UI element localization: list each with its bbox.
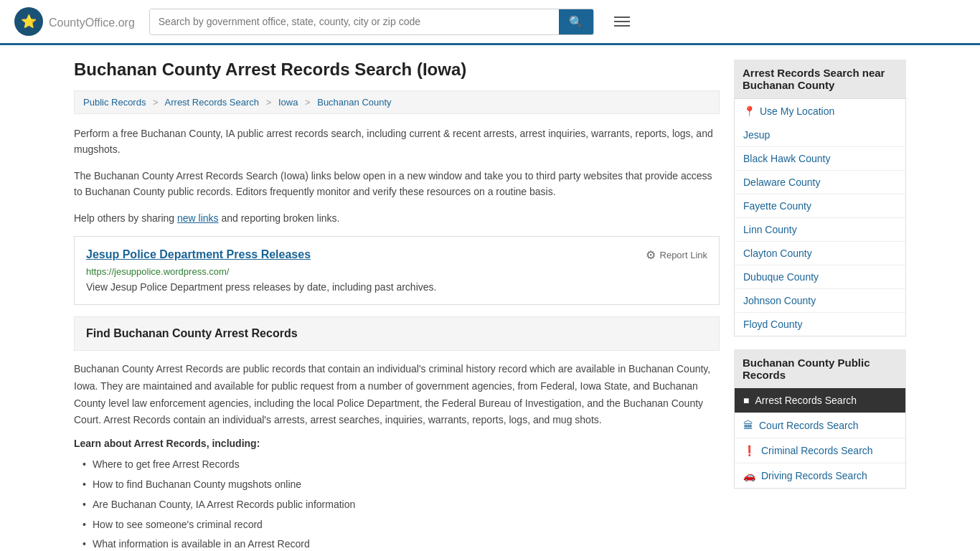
nearby-link-johnson[interactable]: Johnson County — [735, 289, 905, 312]
page-title: Buchanan County Arrest Records Search (I… — [74, 60, 720, 80]
nearby-item: Floyd County — [735, 313, 905, 336]
use-location-label: Use My Location — [760, 105, 834, 117]
sidebar-link-driving[interactable]: 🚗 Driving Records Search — [735, 463, 905, 488]
court-label: Court Records Search — [759, 420, 859, 431]
logo-icon: ⭐ — [14, 7, 43, 36]
learn-list-title: Learn about Arrest Records, including: — [74, 438, 720, 449]
nearby-item: Delaware County — [735, 171, 905, 194]
sidebar-item-court: 🏛 Court Records Search — [735, 413, 905, 438]
nearby-link-fayette[interactable]: Fayette County — [735, 194, 905, 217]
find-section-heading: Find Buchanan County Arrest Records — [86, 327, 707, 340]
logo-text: CountyOffice.org — [49, 14, 135, 30]
menu-line — [614, 21, 630, 22]
resource-card-header: Jesup Police Department Press Releases ⚙… — [86, 248, 707, 262]
logo-suffix: .org — [115, 17, 135, 29]
find-section: Find Buchanan County Arrest Records — [74, 316, 720, 351]
menu-line — [614, 25, 630, 27]
breadcrumb: Public Records > Arrest Records Search >… — [74, 90, 720, 114]
sidebar-item-driving: 🚗 Driving Records Search — [735, 463, 905, 488]
list-item: How to find Buchanan County mugshots onl… — [80, 475, 720, 495]
nearby-section-header: Arrest Records Search near Buchanan Coun… — [734, 60, 906, 98]
use-location-link[interactable]: 📍 Use My Location — [734, 98, 906, 123]
search-input[interactable] — [150, 9, 559, 34]
nearby-link-black-hawk[interactable]: Black Hawk County — [735, 147, 905, 170]
logo-name: CountyOffice — [49, 17, 115, 29]
new-links-link[interactable]: new links — [177, 212, 219, 224]
public-records-header: Buchanan County Public Records — [734, 349, 906, 388]
nearby-section: Arrest Records Search near Buchanan Coun… — [734, 60, 906, 336]
description-1: Perform a free Buchanan County, IA publi… — [74, 126, 720, 158]
arrest-icon: ■ — [743, 395, 749, 406]
breadcrumb-link-iowa[interactable]: Iowa — [278, 97, 298, 108]
desc3-prefix: Help others by sharing — [74, 212, 177, 224]
location-pin-icon: 📍 — [743, 105, 755, 117]
sidebar-link-criminal[interactable]: ❗ Criminal Records Search — [735, 438, 905, 463]
main-content: Buchanan County Arrest Records Search (I… — [74, 60, 720, 551]
public-records-section: Buchanan County Public Records ■ Arrest … — [734, 349, 906, 489]
resource-link[interactable]: Jesup Police Department Press Releases — [86, 248, 311, 260]
breadcrumb-link-arrest-records[interactable]: Arrest Records Search — [165, 97, 260, 108]
nearby-item: Johnson County — [735, 289, 905, 313]
main-container: Buchanan County Arrest Records Search (I… — [60, 45, 920, 551]
resource-description: View Jesup Police Department press relea… — [86, 281, 707, 293]
list-item: What information is available in an Arre… — [80, 534, 720, 551]
resource-url: https://jesuppolice.wordpress.com/ — [86, 266, 707, 277]
report-icon: ⚙ — [646, 248, 656, 262]
breadcrumb-separator: > — [153, 97, 159, 108]
menu-button[interactable] — [608, 14, 636, 29]
learn-list: Where to get free Arrest Records How to … — [74, 455, 720, 551]
logo-link[interactable]: ⭐ CountyOffice.org — [14, 7, 135, 36]
resource-card: Jesup Police Department Press Releases ⚙… — [74, 236, 720, 305]
nearby-item: Clayton County — [735, 242, 905, 265]
breadcrumb-link-public-records[interactable]: Public Records — [83, 97, 146, 108]
search-button[interactable]: 🔍 — [559, 9, 593, 34]
nearby-item: Jesup — [735, 123, 905, 147]
report-link-button[interactable]: ⚙ Report Link — [646, 248, 707, 262]
nearby-link-linn[interactable]: Linn County — [735, 218, 905, 241]
nearby-item: Linn County — [735, 218, 905, 242]
driving-icon: 🚗 — [743, 470, 755, 481]
site-header: ⭐ CountyOffice.org 🔍 — [0, 0, 980, 45]
resource-title: Jesup Police Department Press Releases — [86, 248, 311, 261]
court-icon: 🏛 — [743, 420, 753, 431]
nearby-list: Jesup Black Hawk County Delaware County … — [734, 123, 906, 336]
breadcrumb-link-buchanan[interactable]: Buchanan County — [317, 97, 391, 108]
nearby-link-delaware[interactable]: Delaware County — [735, 171, 905, 194]
public-records-list: ■ Arrest Records Search 🏛 Court Records … — [734, 388, 906, 489]
breadcrumb-separator: > — [266, 97, 272, 108]
criminal-icon: ❗ — [743, 445, 755, 456]
nearby-link-jesup[interactable]: Jesup — [735, 123, 905, 146]
menu-line — [614, 17, 630, 18]
description-2: The Buchanan County Arrest Records Searc… — [74, 168, 720, 200]
nearby-item: Dubuque County — [735, 265, 905, 289]
driving-label: Driving Records Search — [761, 470, 867, 481]
nearby-link-dubuque[interactable]: Dubuque County — [735, 265, 905, 288]
nearby-item: Black Hawk County — [735, 147, 905, 171]
search-bar: 🔍 — [149, 9, 594, 35]
list-item: How to see someone's criminal record — [80, 515, 720, 535]
list-item: Are Buchanan County, IA Arrest Records p… — [80, 495, 720, 515]
sidebar-item-arrest: ■ Arrest Records Search — [735, 388, 905, 413]
nearby-item: Fayette County — [735, 194, 905, 218]
criminal-label: Criminal Records Search — [761, 445, 873, 456]
breadcrumb-separator: > — [305, 97, 311, 108]
desc3-suffix: and reporting broken links. — [219, 212, 340, 224]
description-3: Help others by sharing new links and rep… — [74, 210, 720, 226]
sidebar-link-arrest[interactable]: ■ Arrest Records Search — [735, 388, 905, 413]
list-item: Where to get free Arrest Records — [80, 455, 720, 475]
arrest-label: Arrest Records Search — [755, 395, 857, 406]
report-link-label: Report Link — [660, 250, 707, 260]
sidebar-link-court[interactable]: 🏛 Court Records Search — [735, 413, 905, 438]
find-section-text: Buchanan County Arrest Records are publi… — [74, 361, 720, 429]
nearby-link-floyd[interactable]: Floyd County — [735, 313, 905, 336]
sidebar-item-criminal: ❗ Criminal Records Search — [735, 438, 905, 463]
sidebar: Arrest Records Search near Buchanan Coun… — [734, 60, 906, 551]
nearby-link-clayton[interactable]: Clayton County — [735, 242, 905, 265]
